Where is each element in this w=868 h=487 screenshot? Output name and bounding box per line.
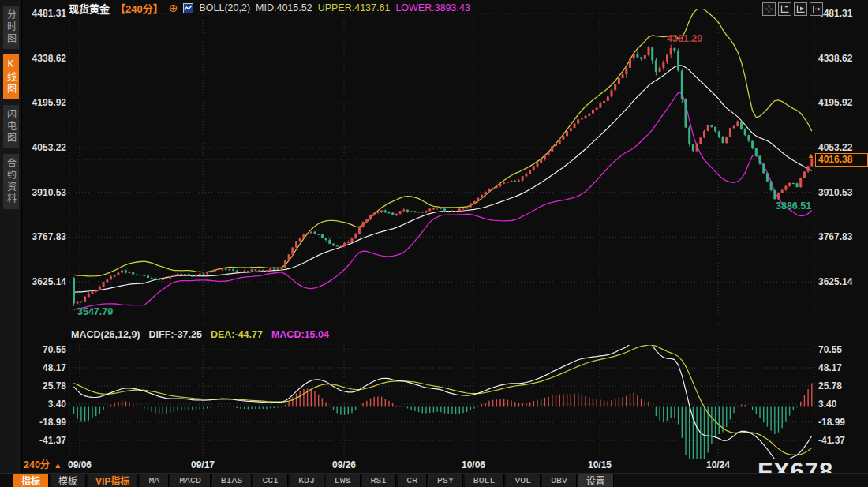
toolbar-item-cci[interactable]: CCI xyxy=(253,474,288,487)
instrument-name: 现货黄金 xyxy=(69,1,110,16)
indicator-toolbar: 指标模板VIP指标MAMACDBIASCCIKDJLW&RSICRPSYBOLL… xyxy=(0,473,868,487)
pan-chart-icon[interactable] xyxy=(810,2,823,16)
toolbar-item-ma[interactable]: MA xyxy=(140,474,169,487)
axis-zoom-in-icon[interactable] xyxy=(778,2,791,16)
sidebar-tab-time-chart[interactable]: 分时图 xyxy=(3,6,19,49)
move-tool-icon[interactable] xyxy=(762,2,776,16)
macd-diff-value: DIFF:-37.25 xyxy=(149,329,202,342)
toolbar-item-settings[interactable]: 设置 xyxy=(578,474,614,487)
boll-indicator-label: BOLL(20,2) xyxy=(199,2,250,13)
macd-dea-value: DEA:-44.77 xyxy=(211,329,263,342)
mini-chart-icon[interactable] xyxy=(183,3,193,13)
toolbar-item-cr[interactable]: CR xyxy=(398,474,427,487)
toolbar-item-boll[interactable]: BOLL xyxy=(465,474,505,487)
toolbar-item-rsi[interactable]: RSI xyxy=(362,474,397,487)
macd-name: MACD(26,12,9) xyxy=(71,329,140,342)
period-selector[interactable]: 240分▲ xyxy=(24,459,62,471)
toolbar-item-bias[interactable]: BIAS xyxy=(212,474,253,487)
toolbar-item-kdj[interactable]: KDJ xyxy=(290,474,324,487)
chart-canvas[interactable] xyxy=(0,0,868,487)
recent-low-label: 3886.51 xyxy=(776,200,811,212)
toolbar-item-vip-indicator[interactable]: VIP指标 xyxy=(88,474,138,487)
current-price-tag: 4016.38 xyxy=(815,153,868,167)
period-high-label: 4381.29 xyxy=(667,33,702,44)
sidebar-tab-kline-chart[interactable]: K线图 xyxy=(3,54,19,99)
toolbar-item-obv[interactable]: OBV xyxy=(542,474,577,487)
toolbar-item-indicator[interactable]: 指标 xyxy=(13,474,49,487)
boll-upper-value: UPPER:4137.61 xyxy=(318,2,391,13)
toolbar-item-psy[interactable]: PSY xyxy=(428,474,463,487)
boll-mid-value: MID:4015.52 xyxy=(256,2,312,13)
start-low-label: 3547.79 xyxy=(77,306,113,317)
trading-app-window: 分时图K线图闪电图合约资料 现货黄金 【240分】 ⊕ BOLL(20,2) M… xyxy=(0,0,868,487)
axis-zoom-out-icon[interactable] xyxy=(794,2,807,16)
target-icon[interactable]: ⊕ xyxy=(169,2,178,13)
sidebar-tab-lightning-chart[interactable]: 闪电图 xyxy=(3,105,19,148)
sidebar-tab-contract-info[interactable]: 合约资料 xyxy=(3,154,19,209)
chart-header: 现货黄金 【240分】 ⊕ BOLL(20,2) MID:4015.52 UPP… xyxy=(69,0,470,16)
chart-tool-buttons xyxy=(762,2,823,16)
boll-lower-value: LOWER:3893.43 xyxy=(395,2,470,13)
toolbar-item-lw[interactable]: LW& xyxy=(326,474,361,487)
toolbar-item-template[interactable]: 模板 xyxy=(51,474,86,487)
current-price-arrow-icon: ▲ xyxy=(807,152,814,159)
macd-macd-value: MACD:15.04 xyxy=(271,329,329,342)
toolbar-item-macd[interactable]: MACD xyxy=(170,474,211,487)
period-dropdown-icon: ▲ xyxy=(54,461,62,470)
chart-type-sidebar: 分时图K线图闪电图合约资料 xyxy=(0,0,22,473)
macd-legend: MACD(26,12,9) DIFF:-37.25 DEA:-44.77 MAC… xyxy=(71,329,329,342)
period-label[interactable]: 【240分】 xyxy=(115,1,163,16)
toolbar-item-vol[interactable]: VOL xyxy=(506,474,541,487)
